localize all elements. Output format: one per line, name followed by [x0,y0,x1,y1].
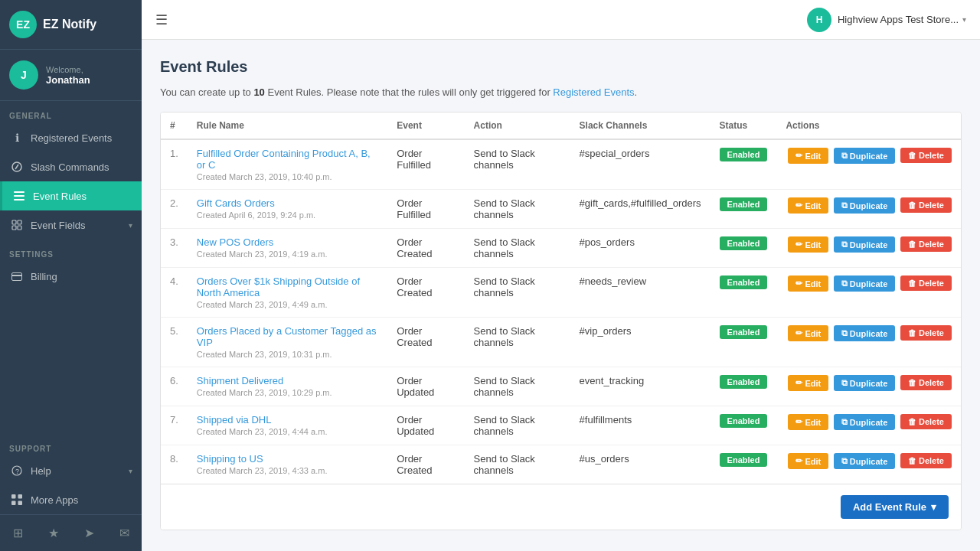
content-area: Event Rules You can create up to 10 Even… [142,40,980,551]
sidebar-item-label: Event Fields [31,220,129,231]
edit-button[interactable]: ✏ Edit [788,276,828,292]
edit-button[interactable]: ✏ Edit [788,236,828,253]
rule-name-link[interactable]: Fulfilled Order Containing Product A, B,… [197,148,371,171]
settings-section-label: SETTINGS [0,240,142,262]
delete-button[interactable]: 🗑 Delete [900,414,952,429]
row-rule-name: New POS Orders Created March 23, 2019, 4… [188,229,387,268]
row-event: Order Fulfilled [387,190,464,229]
row-slack-channels: #gift_cards,#fulfilled_orders [570,190,710,229]
duplicate-button[interactable]: ⧉ Duplicate [834,148,896,164]
rule-created: Created March 23, 2019, 4:49 a.m. [197,300,378,309]
more-apps-icon [9,492,24,507]
copy-icon: ⧉ [841,279,848,289]
copy-icon: ⧉ [841,378,848,388]
row-event: Order Updated [387,367,464,406]
duplicate-button[interactable]: ⧉ Duplicate [834,276,896,292]
mail-icon[interactable]: ✉ [113,523,136,543]
sidebar-header: EZ EZ Notify [0,0,142,50]
copy-icon: ⧉ [841,151,848,161]
app-name: EZ Notify [43,18,96,31]
dashboard-icon[interactable]: ⊞ [7,523,29,543]
row-slack-channels: #needs_review [570,268,710,318]
rule-name-link[interactable]: Orders Over $1k Shipping Outside of Nort… [197,276,360,298]
row-action: Send to Slack channels [465,406,570,445]
add-rule-row: Add Event Rule ▾ [161,484,961,530]
rule-name-link[interactable]: Orders Placed by a Customer Tagged as VI… [197,325,377,348]
sidebar-item-label: Event Rules [33,191,132,202]
row-action: Send to Slack channels [465,190,570,229]
sidebar-item-more-apps[interactable]: More Apps [0,485,142,514]
col-number: # [161,112,188,139]
sidebar-item-billing[interactable]: Billing [0,262,142,291]
row-number: 7. [161,406,188,445]
edit-button[interactable]: ✏ Edit [788,414,828,430]
sidebar-item-slash-commands[interactable]: Slash Commands [0,152,142,181]
duplicate-button[interactable]: ⧉ Duplicate [834,414,896,430]
rule-name-link[interactable]: New POS Orders [197,236,273,248]
svg-rect-15 [11,501,16,506]
duplicate-button[interactable]: ⧉ Duplicate [834,236,896,253]
sidebar-item-label: More Apps [31,494,132,506]
row-event: Order Created [387,445,464,484]
edit-button[interactable]: ✏ Edit [788,375,828,391]
store-selector[interactable]: H Highview Apps Test Store... ▾ [807,8,966,32]
col-rule-name: Rule Name [188,112,387,139]
add-event-rule-button[interactable]: Add Event Rule ▾ [841,495,949,519]
row-event: Order Fulfilled [387,139,464,190]
registered-events-link[interactable]: Registered Events [553,86,634,98]
store-name: Highview Apps Test Store... [838,14,959,25]
delete-button[interactable]: 🗑 Delete [900,453,952,468]
support-section-label: SUPPORT [0,434,142,456]
edit-button[interactable]: ✏ Edit [788,325,828,341]
row-status: Enabled [710,367,777,406]
help-icon: ? [9,463,24,478]
delete-button[interactable]: 🗑 Delete [900,276,952,291]
table-row: 8. Shipping to US Created March 23, 2019… [161,445,961,484]
table-row: 1. Fulfilled Order Containing Product A,… [161,139,961,190]
row-action: Send to Slack channels [465,268,570,318]
event-rules-table: # Rule Name Event Action Slack Channels … [161,112,961,484]
star-icon[interactable]: ★ [42,523,65,543]
rule-name-link[interactable]: Gift Cards Orders [197,197,275,209]
row-slack-channels: #vip_orders [570,318,710,367]
send-icon[interactable]: ➤ [78,523,100,543]
delete-button[interactable]: 🗑 Delete [900,236,952,252]
rule-name-link[interactable]: Shipping to US [197,453,263,465]
hamburger-icon[interactable]: ☰ [155,11,168,28]
delete-button[interactable]: 🗑 Delete [900,375,952,390]
status-badge: Enabled [720,414,768,428]
row-rule-name: Fulfilled Order Containing Product A, B,… [188,139,387,190]
rule-created: Created March 23, 2019, 10:29 p.m. [197,388,378,397]
topbar: ☰ H Highview Apps Test Store... ▾ [142,0,980,40]
pencil-icon: ✏ [795,279,802,289]
rule-created: Created March 23, 2019, 4:19 a.m. [197,249,378,259]
col-actions: Actions [776,112,961,139]
row-actions: ✏ Edit ⧉ Duplicate 🗑 Delete [776,445,961,484]
duplicate-button[interactable]: ⧉ Duplicate [834,375,896,391]
edit-button[interactable]: ✏ Edit [788,197,828,214]
delete-button[interactable]: 🗑 Delete [900,148,952,163]
sidebar-item-help[interactable]: ? Help ▾ [0,456,142,485]
col-slack-channels: Slack Channels [570,112,710,139]
delete-button[interactable]: 🗑 Delete [900,197,952,213]
edit-button[interactable]: ✏ Edit [788,148,828,164]
sidebar-item-event-rules[interactable]: Event Rules [0,181,142,210]
svg-line-1 [15,165,18,169]
table-row: 3. New POS Orders Created March 23, 2019… [161,229,961,268]
row-actions: ✏ Edit ⧉ Duplicate 🗑 Delete [776,268,961,318]
sidebar-item-registered-events[interactable]: ℹ Registered Events [0,123,142,152]
duplicate-button[interactable]: ⧉ Duplicate [834,453,896,469]
sidebar-item-event-fields[interactable]: Event Fields ▾ [0,210,142,240]
rule-name-link[interactable]: Shipment Delivered [197,375,283,386]
svg-rect-16 [18,501,23,506]
svg-rect-7 [12,226,16,230]
delete-button[interactable]: 🗑 Delete [900,325,952,341]
duplicate-button[interactable]: ⧉ Duplicate [834,197,896,214]
row-number: 6. [161,367,188,406]
rule-name-link[interactable]: Shipped via DHL [197,414,272,425]
rule-created: Created March 23, 2019, 10:31 p.m. [197,350,378,359]
row-actions: ✏ Edit ⧉ Duplicate 🗑 Delete [776,139,961,190]
edit-button[interactable]: ✏ Edit [788,453,828,469]
row-slack-channels: #us_orders [570,445,710,484]
duplicate-button[interactable]: ⧉ Duplicate [834,325,896,341]
